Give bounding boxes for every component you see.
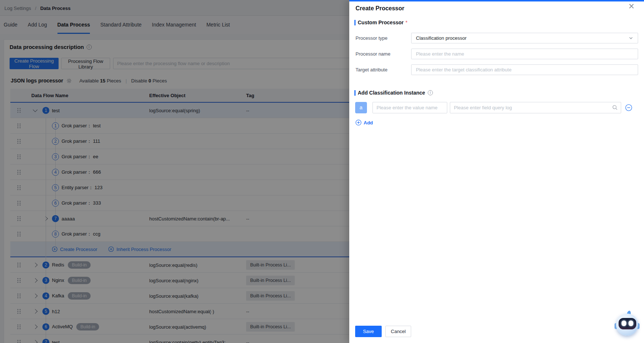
- processor-name-input[interactable]: [411, 49, 638, 59]
- processor-name-row: Processor name: [349, 49, 644, 59]
- cancel-button[interactable]: Cancel: [385, 326, 411, 337]
- processor-type-row: Processor type Classification processor: [349, 33, 644, 43]
- target-attribute-row: Target attribute: [349, 64, 644, 75]
- target-attribute-input[interactable]: [411, 64, 638, 75]
- chevron-down-icon: [629, 36, 633, 40]
- create-processor-drawer: Create Processor × Custom Processor * Pr…: [349, 0, 644, 343]
- drawer-accent-bar: [349, 0, 644, 1]
- search-icon[interactable]: [612, 105, 618, 112]
- close-icon[interactable]: ×: [629, 1, 634, 11]
- section-accent-bar: [354, 20, 356, 25]
- app-screen: Log Settings / Data Process GuideAdd Log…: [0, 0, 644, 343]
- section-accent-bar: [354, 90, 356, 96]
- plus-circle-icon: [356, 120, 361, 125]
- processor-type-label: Processor type: [356, 33, 388, 43]
- instance-value-input[interactable]: [372, 102, 447, 113]
- instance-query-input[interactable]: [450, 102, 621, 113]
- remove-instance-icon[interactable]: [625, 104, 632, 113]
- add-instance-section: Add Classification Instance i: [354, 90, 433, 96]
- add-label: Add: [364, 120, 373, 125]
- custom-processor-title: Custom Processor: [358, 20, 403, 25]
- robot-eye-left: [622, 321, 626, 326]
- add-instance-title: Add Classification Instance: [358, 90, 425, 96]
- instance-letter-badge: a: [355, 102, 367, 113]
- target-attribute-label: Target attribute: [356, 64, 388, 75]
- required-asterisk: *: [405, 20, 407, 25]
- processor-type-select[interactable]: Classification processor: [411, 33, 638, 43]
- assistant-robot-button[interactable]: [614, 311, 641, 340]
- custom-processor-section: Custom Processor *: [354, 20, 407, 25]
- instance-query-wrap: [450, 102, 621, 113]
- add-instance-link[interactable]: Add: [356, 120, 373, 125]
- save-button[interactable]: Save: [355, 326, 382, 337]
- info-icon[interactable]: i: [428, 90, 433, 95]
- robot-eye-right: [629, 321, 633, 326]
- drawer-title: Create Processor: [356, 5, 405, 12]
- processor-name-label: Processor name: [356, 49, 391, 59]
- processor-type-value: Classification processor: [416, 35, 466, 41]
